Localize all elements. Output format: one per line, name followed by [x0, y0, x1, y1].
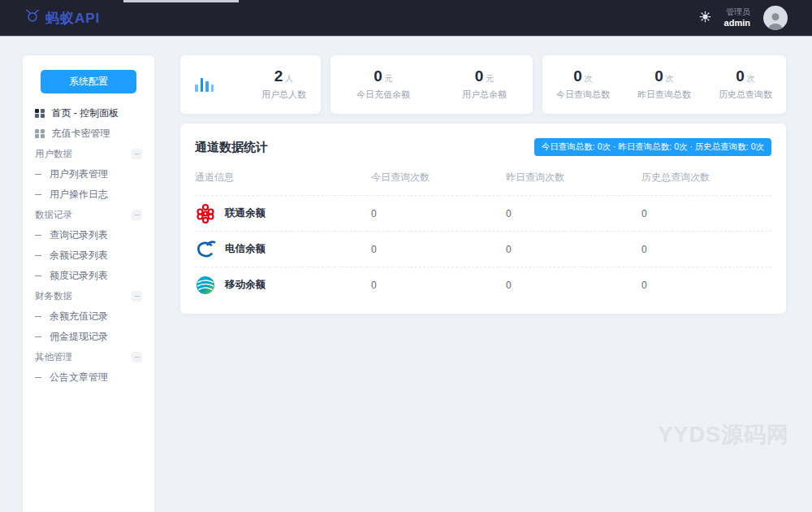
cell-today: 0	[371, 244, 506, 255]
card-query-counts: 0次 今日查询总数 0次 昨日查询总数 0次 历史总查询数	[542, 55, 786, 114]
sidebar-item-home[interactable]: 首页 - 控制面板	[23, 103, 154, 124]
theme-toggle-icon[interactable]	[699, 11, 711, 26]
cell-yesterday: 0	[506, 280, 641, 291]
dash-icon	[35, 174, 41, 176]
query-summary-badge: 今日查询总数: 0次 · 昨日查询总数: 0次 · 历史总查询数: 0次	[534, 138, 771, 156]
channel-name: 电信余额	[225, 242, 266, 256]
ant-icon	[24, 8, 41, 28]
dash-icon	[35, 276, 41, 277]
collapse-minus-icon[interactable]	[132, 210, 142, 220]
sidebar-item-announcements[interactable]: 公告文章管理	[23, 367, 154, 388]
cell-yesterday: 0	[506, 244, 641, 255]
sidebar-group-user-data[interactable]: 用户数据	[23, 144, 154, 164]
stat-user-total: 2人 用户总人数	[261, 68, 306, 101]
dashboard-page: 蚂蚁API 管理员 admin 系统配置	[0, 0, 812, 512]
dash-icon	[35, 377, 41, 379]
card-balances: 0元 今日充值余额 0元 用户总余额	[330, 55, 533, 114]
dash-icon	[35, 255, 41, 257]
collapse-minus-icon[interactable]	[132, 352, 142, 362]
bar-chart-icon	[195, 77, 214, 92]
stat-today-queries: 0次 今日查询总数	[556, 68, 610, 101]
sidebar: 系统配置 首页 - 控制面板 充值卡密管理 用户数据 用户列表管理 用户操作日志…	[23, 55, 154, 512]
stat-yesterday-queries: 0次 昨日查询总数	[637, 68, 691, 101]
col-channel-info: 通道信息	[195, 171, 371, 184]
sidebar-item-recharge-records[interactable]: 余额充值记录	[23, 306, 154, 327]
dash-icon	[35, 194, 41, 196]
card-grid-icon	[35, 129, 45, 139]
user-meta: 管理员 admin	[724, 7, 750, 28]
user-avatar[interactable]	[763, 6, 788, 30]
cell-today: 0	[371, 280, 506, 291]
col-today-queries: 今日查询次数	[371, 171, 506, 184]
stat-cards-row: 2人 用户总人数 0元 今日充值余额 0元 用户总余额 0次 今日查询总数 0次…	[180, 55, 786, 114]
channel-name: 联通余额	[225, 206, 266, 220]
table-header-row: 通道信息 今日查询次数 昨日查询次数 历史总查询次数	[195, 171, 771, 195]
sidebar-item-quota-records[interactable]: 额度记录列表	[23, 266, 154, 286]
card-user-total: 2人 用户总人数	[180, 55, 321, 114]
sidebar-group-data-records[interactable]: 数据记录	[23, 205, 154, 225]
user-name-label: admin	[724, 17, 750, 28]
sidebar-item-query-records[interactable]: 查询记录列表	[23, 225, 154, 245]
panel-title: 通道数据统计	[195, 140, 268, 155]
col-yesterday-queries: 昨日查询次数	[506, 171, 641, 184]
dash-icon	[35, 235, 41, 236]
user-role-label: 管理员	[724, 7, 750, 17]
channel-mobile: 移动余额	[195, 275, 371, 296]
channel-name: 移动余额	[225, 278, 266, 292]
stat-today-recharge: 0元 今日充值余额	[356, 68, 410, 101]
table-row: 移动余额 0 0 0	[195, 267, 771, 302]
dash-icon	[35, 316, 41, 318]
watermark-text: YYDS源码网	[658, 420, 789, 449]
cell-yesterday: 0	[506, 208, 641, 219]
sidebar-item-card-management[interactable]: 充值卡密管理	[23, 124, 154, 144]
table-row: 电信余额 0 0 0	[195, 231, 771, 267]
collapse-minus-icon[interactable]	[132, 149, 142, 159]
cell-total: 0	[641, 280, 771, 291]
dashboard-grid-icon	[35, 109, 45, 119]
panel-header: 通道数据统计 今日查询总数: 0次 · 昨日查询总数: 0次 · 历史总查询数:…	[195, 138, 771, 156]
cell-total: 0	[641, 244, 771, 255]
col-total-queries: 历史总查询次数	[641, 171, 771, 184]
channel-stats-panel: 通道数据统计 今日查询总数: 0次 · 昨日查询总数: 0次 · 历史总查询数:…	[180, 124, 786, 314]
sidebar-item-user-list[interactable]: 用户列表管理	[23, 164, 154, 184]
app-title: 蚂蚁API	[45, 9, 100, 28]
sidebar-item-user-logs[interactable]: 用户操作日志	[23, 184, 154, 205]
cell-today: 0	[371, 208, 506, 219]
app-logo[interactable]: 蚂蚁API	[24, 8, 100, 28]
top-header: 蚂蚁API 管理员 admin	[0, 0, 812, 37]
top-edge-artifact	[123, 0, 239, 2]
unicom-logo-icon	[195, 203, 216, 224]
sidebar-item-commission-withdraw[interactable]: 佣金提现记录	[23, 327, 154, 347]
sidebar-item-balance-records[interactable]: 余额记录列表	[23, 245, 154, 266]
collapse-minus-icon[interactable]	[132, 291, 142, 302]
mobile-logo-icon	[195, 275, 216, 296]
cell-total: 0	[641, 208, 771, 219]
channel-unicom: 联通余额	[195, 203, 371, 224]
sidebar-group-other[interactable]: 其他管理	[23, 347, 154, 367]
stat-total-queries: 0次 历史总查询数	[719, 68, 772, 101]
channel-telecom: 电信余额	[195, 239, 371, 260]
sidebar-group-finance[interactable]: 财务数据	[23, 286, 154, 306]
system-config-button[interactable]: 系统配置	[41, 70, 136, 93]
dash-icon	[35, 336, 41, 338]
telecom-logo-icon	[195, 239, 216, 260]
header-user-area: 管理员 admin	[699, 6, 788, 30]
stat-user-balance: 0元 用户总余额	[462, 68, 507, 101]
table-row: 联通余额 0 0 0	[195, 195, 771, 231]
